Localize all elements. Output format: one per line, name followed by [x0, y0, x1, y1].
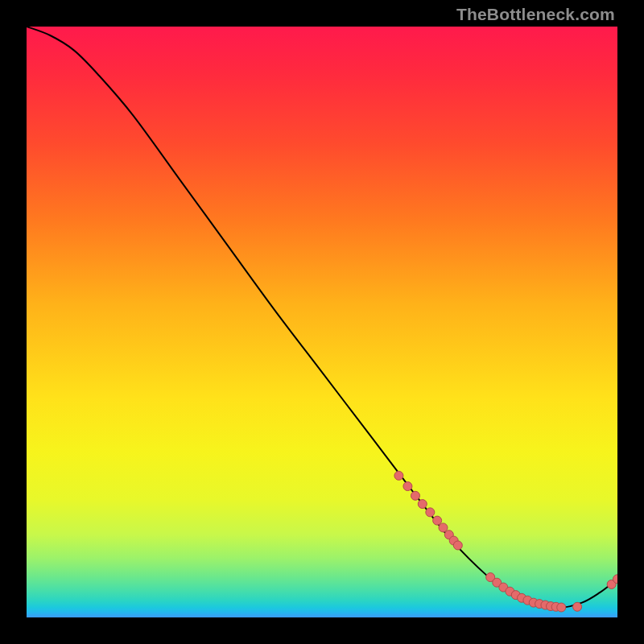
curve-marker: [573, 602, 582, 611]
curve-marker: [394, 471, 403, 480]
curve-marker: [433, 516, 442, 525]
curve-markers: [394, 471, 617, 612]
bottleneck-curve: [27, 27, 617, 608]
curve-marker: [557, 603, 566, 612]
curve-marker: [403, 482, 412, 491]
curve-marker: [426, 508, 435, 517]
chart-overlay: [27, 27, 617, 617]
plot-area: [27, 27, 617, 617]
chart-stage: TheBottleneck.com: [0, 0, 644, 644]
watermark-text: TheBottleneck.com: [456, 5, 615, 24]
curve-marker: [411, 491, 419, 500]
curve-marker: [439, 523, 448, 532]
curve-marker: [453, 541, 462, 550]
curve-marker: [418, 500, 427, 509]
